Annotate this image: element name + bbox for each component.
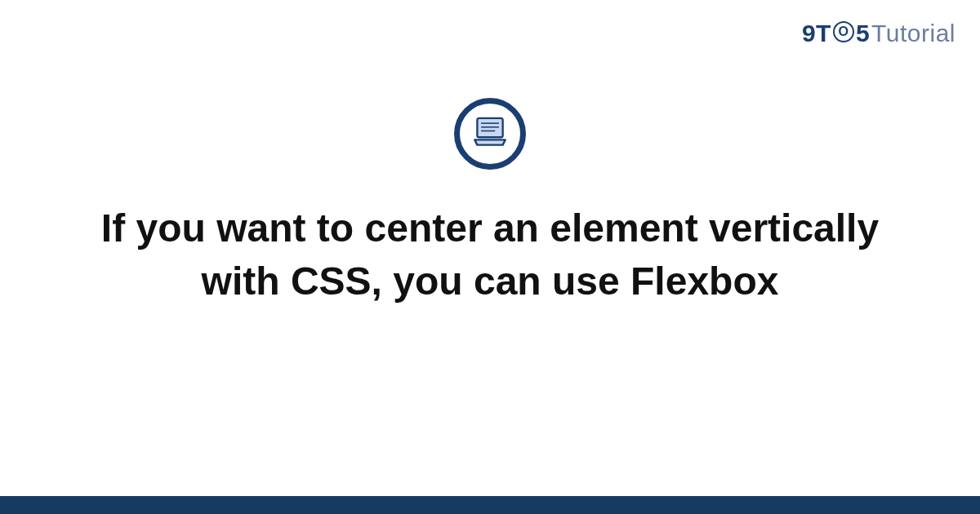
site-logo: 9 T O 5 Tutorial bbox=[802, 20, 956, 47]
laptop-icon bbox=[470, 112, 510, 156]
topic-badge bbox=[454, 98, 526, 170]
logo-part-9: 9 bbox=[802, 20, 816, 47]
logo-part-5: 5 bbox=[856, 20, 870, 47]
logo-circle-o: O bbox=[833, 21, 854, 42]
hero-content: If you want to center an element vertica… bbox=[0, 98, 980, 308]
logo-part-t: T bbox=[816, 20, 831, 47]
logo-part-tutorial: Tutorial bbox=[871, 20, 956, 47]
social-card: 9 T O 5 Tutorial If you want to center a… bbox=[0, 0, 980, 514]
article-title: If you want to center an element vertica… bbox=[98, 202, 882, 308]
footer-accent-bar bbox=[0, 496, 980, 514]
